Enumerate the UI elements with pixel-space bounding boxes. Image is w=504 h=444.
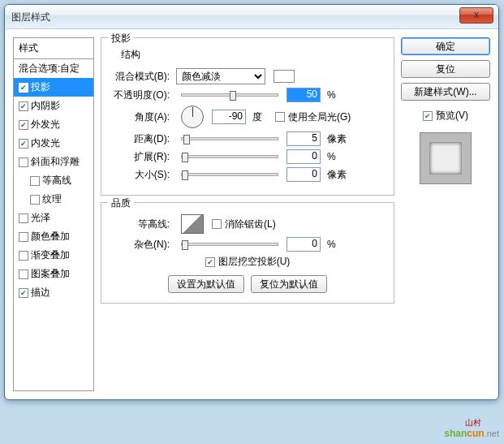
size-unit: 像素 — [327, 168, 347, 182]
style-checkbox[interactable] — [19, 269, 28, 279]
opacity-slider[interactable] — [181, 93, 278, 97]
knockout-checkbox[interactable] — [205, 257, 215, 267]
style-label: 描边 — [31, 286, 50, 300]
spread-label: 扩展(R): — [111, 150, 170, 164]
style-item-2[interactable]: 外发光 — [14, 115, 93, 134]
style-label: 斜面和浮雕 — [31, 155, 80, 169]
titlebar[interactable]: 图层样式 x — [5, 5, 498, 29]
angle-value[interactable]: -90 — [212, 110, 246, 124]
blend-options[interactable]: 混合选项:自定 — [14, 59, 93, 78]
styles-list: 样式 混合选项:自定 投影内阴影外发光内发光斜面和浮雕等高线纹理光泽颜色叠加渐变… — [13, 37, 94, 391]
quality-title: 品质 — [108, 196, 134, 210]
dialog-window: 图层样式 x 样式 混合选项:自定 投影内阴影外发光内发光斜面和浮雕等高线纹理光… — [4, 4, 499, 400]
content: 样式 混合选项:自定 投影内阴影外发光内发光斜面和浮雕等高线纹理光泽颜色叠加渐变… — [5, 29, 498, 399]
blendmode-label: 混合模式(B): — [111, 70, 170, 84]
style-label: 外发光 — [31, 118, 60, 131]
style-label: 纹理 — [42, 192, 62, 206]
preview-thumbnail — [420, 132, 472, 184]
set-default-button[interactable]: 设置为默认值 — [168, 275, 244, 293]
distance-unit: 像素 — [327, 132, 347, 146]
contour-picker[interactable] — [181, 214, 204, 234]
style-checkbox[interactable] — [19, 213, 28, 223]
style-label: 光泽 — [31, 211, 50, 225]
opacity-label: 不透明度(O): — [111, 88, 170, 102]
style-label: 内发光 — [31, 136, 60, 150]
style-checkbox[interactable] — [19, 232, 28, 242]
angle-unit: 度 — [252, 110, 272, 124]
preview-label: 预览(V) — [436, 109, 468, 123]
style-item-5[interactable]: 等高线 — [14, 171, 93, 190]
styles-header[interactable]: 样式 — [14, 38, 93, 59]
style-item-9[interactable]: 渐变叠加 — [14, 246, 93, 265]
blendmode-select[interactable]: 颜色减淡 — [176, 68, 265, 84]
style-label: 等高线 — [42, 174, 71, 188]
distance-slider[interactable] — [181, 137, 278, 140]
ok-button[interactable]: 确定 — [401, 37, 490, 55]
angle-dial[interactable] — [181, 106, 204, 128]
new-style-button[interactable]: 新建样式(W)... — [401, 83, 490, 101]
structure-label: 结构 — [121, 48, 384, 62]
spread-unit: % — [327, 151, 347, 162]
style-item-7[interactable]: 光泽 — [14, 209, 93, 227]
distance-label: 距离(D): — [111, 132, 170, 146]
style-item-6[interactable]: 纹理 — [14, 190, 93, 209]
window-title: 图层样式 — [11, 11, 50, 23]
spread-value[interactable]: 0 — [286, 149, 321, 164]
style-label: 投影 — [31, 80, 50, 94]
style-checkbox[interactable] — [19, 139, 28, 149]
style-label: 图案叠加 — [31, 267, 70, 281]
style-checkbox[interactable] — [19, 83, 28, 93]
style-item-1[interactable]: 内阴影 — [14, 97, 93, 115]
close-button[interactable]: x — [459, 7, 493, 24]
quality-group: 品质 等高线: 消除锯齿(L) 杂色(N): 0 % 图层挖空投影(U) — [101, 202, 394, 304]
opacity-value[interactable]: 50 — [286, 88, 321, 102]
style-checkbox[interactable] — [30, 195, 40, 205]
style-label: 内阴影 — [31, 99, 60, 113]
group-title: 投影 — [108, 32, 134, 45]
size-label: 大小(S): — [111, 168, 170, 182]
style-item-0[interactable]: 投影 — [14, 78, 93, 97]
global-light-checkbox[interactable] — [275, 112, 285, 122]
style-item-3[interactable]: 内发光 — [14, 134, 93, 153]
style-checkbox[interactable] — [19, 288, 28, 298]
distance-value[interactable]: 5 — [286, 131, 321, 146]
style-item-4[interactable]: 斜面和浮雕 — [14, 153, 93, 171]
drop-shadow-group: 投影 结构 混合模式(B): 颜色减淡 不透明度(O): 50 % 角度(A):… — [101, 37, 394, 196]
knockout-label: 图层挖空投影(U) — [218, 255, 291, 269]
style-label: 渐变叠加 — [31, 248, 70, 262]
noise-unit: % — [327, 239, 347, 250]
settings-panel: 投影 结构 混合模式(B): 颜色减淡 不透明度(O): 50 % 角度(A):… — [101, 37, 394, 391]
reset-default-button[interactable]: 复位为默认值 — [251, 275, 327, 293]
style-item-10[interactable]: 图案叠加 — [14, 265, 93, 283]
right-panel: 确定 复位 新建样式(W)... 预览(V) — [401, 37, 490, 391]
angle-label: 角度(A): — [111, 110, 170, 124]
style-checkbox[interactable] — [19, 157, 28, 167]
contour-label: 等高线: — [111, 218, 170, 231]
watermark: 山村 shancun.net — [444, 422, 499, 441]
style-checkbox[interactable] — [19, 120, 28, 130]
color-swatch[interactable] — [274, 70, 295, 83]
style-checkbox[interactable] — [30, 176, 40, 186]
style-checkbox[interactable] — [19, 251, 28, 261]
style-item-11[interactable]: 描边 — [14, 283, 93, 302]
global-light-label: 使用全局光(G) — [288, 110, 351, 124]
noise-slider[interactable] — [181, 243, 278, 246]
style-checkbox[interactable] — [19, 101, 28, 111]
cancel-button[interactable]: 复位 — [401, 60, 490, 78]
spread-slider[interactable] — [181, 155, 278, 158]
antialias-checkbox[interactable] — [212, 219, 222, 229]
preview-checkbox[interactable] — [423, 111, 433, 121]
style-item-8[interactable]: 颜色叠加 — [14, 227, 93, 246]
noise-label: 杂色(N): — [111, 238, 170, 252]
noise-value[interactable]: 0 — [286, 237, 321, 252]
size-slider[interactable] — [181, 173, 278, 176]
size-value[interactable]: 0 — [286, 167, 321, 182]
style-label: 颜色叠加 — [31, 230, 70, 244]
opacity-unit: % — [327, 89, 347, 101]
antialias-label: 消除锯齿(L) — [225, 218, 276, 231]
